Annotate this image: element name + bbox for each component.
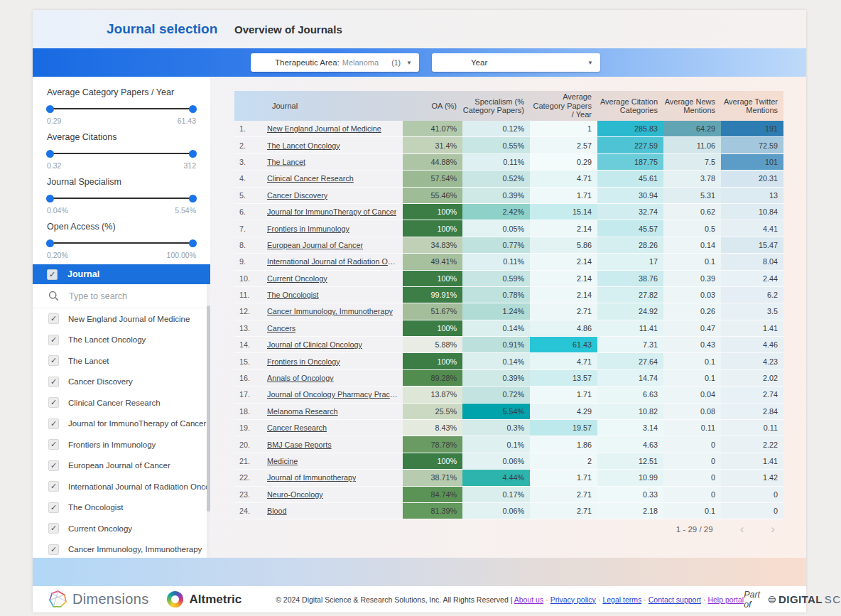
journal-filter-item[interactable]: ✓ The Oncologist <box>33 497 210 519</box>
journal-checkbox[interactable]: ✓ <box>48 523 59 534</box>
journal-link[interactable]: International Journal of Radiation Oncol… <box>264 257 398 266</box>
journal-link[interactable]: Blood <box>264 507 287 515</box>
slider-handle-min[interactable] <box>46 195 54 202</box>
range-slider[interactable] <box>47 102 196 116</box>
journal-checkbox[interactable]: ✓ <box>48 544 59 555</box>
row-journal: BMJ Case Reports <box>264 436 403 452</box>
journal-link[interactable]: Annals of Oncology <box>264 374 334 382</box>
journal-filter-item[interactable]: ✓ Journal for ImmunoTherapy of Cancer <box>33 414 210 435</box>
range-slider[interactable] <box>47 146 196 161</box>
journal-checkbox[interactable]: ✓ <box>48 502 59 513</box>
journal-link[interactable]: Current Oncology <box>264 274 327 283</box>
journal-checkbox[interactable]: ✓ <box>48 460 59 471</box>
journal-search[interactable]: Type to search <box>33 284 210 308</box>
slider-handle-min[interactable] <box>46 239 54 247</box>
slider-handle-min[interactable] <box>46 150 54 158</box>
journal-checkbox[interactable]: ✓ <box>48 418 59 429</box>
row-journal: The Lancet Oncology <box>264 137 403 153</box>
journal-filter-item[interactable]: ✓ Cancer Immunology, Immunotherapy <box>33 539 210 556</box>
cell-news-mentions: 0.43 <box>663 337 721 352</box>
journal-link[interactable]: Melanoma Research <box>264 407 338 416</box>
journal-filter-item[interactable]: ✓ International Journal of Radiation Onc… <box>33 476 210 497</box>
journal-checkbox[interactable]: ✓ <box>48 355 59 366</box>
journal-select-all-checkbox[interactable]: ✓ <box>47 269 58 280</box>
journal-filter-item[interactable]: ✓ Current Oncology <box>33 518 210 539</box>
journal-link[interactable]: Clinical Cancer Research <box>264 174 354 183</box>
journal-link[interactable]: Journal of Immunotherapy <box>264 473 356 482</box>
cell-specialism: 5.54% <box>462 404 530 419</box>
slider-handle-max[interactable] <box>189 195 197 202</box>
cell-news-mentions: 0.1 <box>663 254 721 269</box>
journal-filter-item[interactable]: ✓ European Journal of Cancer <box>33 455 210 477</box>
journal-filter-item[interactable]: ✓ The Lancet <box>33 350 210 372</box>
slider-handle-max[interactable] <box>189 239 197 247</box>
journal-link[interactable]: Cancer Discovery <box>264 191 327 200</box>
journal-filter-item[interactable]: ✓ New England Journal of Medicine <box>33 308 210 330</box>
range-slider[interactable] <box>47 236 196 250</box>
cell-avg-papers: 1.86 <box>530 436 597 452</box>
cell-news-mentions: 0.39 <box>663 271 721 286</box>
cell-twitter-mentions: 0.11 <box>721 420 783 436</box>
slider-min-value: 0.32 <box>47 161 61 170</box>
cell-twitter-mentions: 2.84 <box>721 404 783 419</box>
journal-filter-item[interactable]: ✓ Frontiers in Immunology <box>33 434 210 455</box>
journal-link[interactable]: Journal of Clinical Oncology <box>264 340 362 349</box>
journal-link[interactable]: Cancer Immunology, Immunotherapy <box>264 307 393 315</box>
journal-filter-item[interactable]: ✓ The Lancet Oncology <box>33 330 210 351</box>
tab-overview-of-journals[interactable]: Overview of Journals <box>234 23 342 36</box>
slider-handle-max[interactable] <box>189 150 197 158</box>
footer-link-privacy-policy[interactable]: Privacy policy <box>550 595 596 604</box>
journal-link[interactable]: Neuro-Oncology <box>264 490 323 499</box>
dimensions-logo[interactable]: Dimensions <box>48 590 148 609</box>
slider-track <box>50 153 193 154</box>
page-next-icon[interactable]: › <box>771 524 775 534</box>
journal-link[interactable]: Medicine <box>264 457 298 465</box>
journal-checkbox[interactable]: ✓ <box>48 439 59 450</box>
cell-avg-citations: 2.18 <box>597 503 663 519</box>
journal-filter-item-label: Current Oncology <box>68 524 132 533</box>
journal-link[interactable]: Cancer Research <box>264 423 327 432</box>
journal-link[interactable]: Frontiers in Oncology <box>264 357 340 366</box>
therapeutic-area-dropdown[interactable]: Therapeutic Area: Melanoma (1) ▼ <box>251 53 419 72</box>
slider-handle-max[interactable] <box>189 105 197 113</box>
journal-link[interactable]: Journal for ImmunoTherapy of Cancer <box>264 207 396 216</box>
footer-link-legal-terms[interactable]: Legal terms <box>602 595 641 604</box>
journal-link[interactable]: BMJ Case Reports <box>264 441 332 449</box>
journal-checkbox[interactable]: ✓ <box>48 313 59 324</box>
journal-link[interactable]: Cancers <box>264 324 295 333</box>
cell-twitter-mentions: 10.84 <box>721 204 783 220</box>
scrollbar-thumb[interactable] <box>207 306 210 512</box>
footer-link-about-us[interactable]: About us <box>514 595 543 604</box>
journal-link[interactable]: New England Journal of Medicine <box>264 124 381 133</box>
journal-link[interactable]: European Journal of Cancer <box>264 241 363 249</box>
altmetric-logo[interactable]: Altmetric <box>167 591 242 607</box>
cell-news-mentions: 0 <box>663 487 721 502</box>
journal-link[interactable]: The Lancet Oncology <box>264 141 340 150</box>
journal-checkbox[interactable]: ✓ <box>48 377 59 387</box>
row-rank: 17. <box>234 387 264 402</box>
sidebar-scrollbar[interactable] <box>207 284 210 558</box>
journal-filter-item[interactable]: ✓ Cancer Discovery <box>33 372 210 393</box>
slider-handle-min[interactable] <box>46 105 54 113</box>
journal-filter-item[interactable]: ✓ Clinical Cancer Research <box>33 392 210 414</box>
journal-link[interactable]: The Oncologist <box>264 291 319 299</box>
journal-link[interactable]: The Lancet <box>264 158 305 166</box>
journal-link[interactable]: Journal of Oncology Pharmacy Practice <box>264 390 398 399</box>
journal-checkbox[interactable]: ✓ <box>48 397 59 408</box>
filter-avg-citations: Average Citations 0.32312 <box>47 130 196 175</box>
journal-checkbox[interactable]: ✓ <box>48 481 59 492</box>
range-slider[interactable] <box>47 191 196 205</box>
year-dropdown[interactable]: Year ▼ <box>432 53 600 72</box>
journal-checkbox[interactable]: ✓ <box>48 335 59 345</box>
cell-avg-citations: 4.63 <box>597 436 663 452</box>
journal-filter-header[interactable]: ✓ Journal <box>33 264 210 284</box>
altmetric-donut-icon <box>167 591 183 607</box>
journal-link[interactable]: Frontiers in Immunology <box>264 225 349 233</box>
journal-filter-item-label: International Journal of Radiation Oncol… <box>68 482 210 491</box>
footer-link-help-portal[interactable]: Help portal <box>707 595 744 604</box>
page-prev-icon[interactable]: ‹ <box>740 524 744 534</box>
footer-link-contact-support[interactable]: Contact support <box>649 595 701 604</box>
cell-news-mentions: 0.1 <box>663 353 721 369</box>
row-journal: Journal for ImmunoTherapy of Cancer <box>264 204 403 220</box>
cell-news-mentions: 0.62 <box>663 204 721 220</box>
